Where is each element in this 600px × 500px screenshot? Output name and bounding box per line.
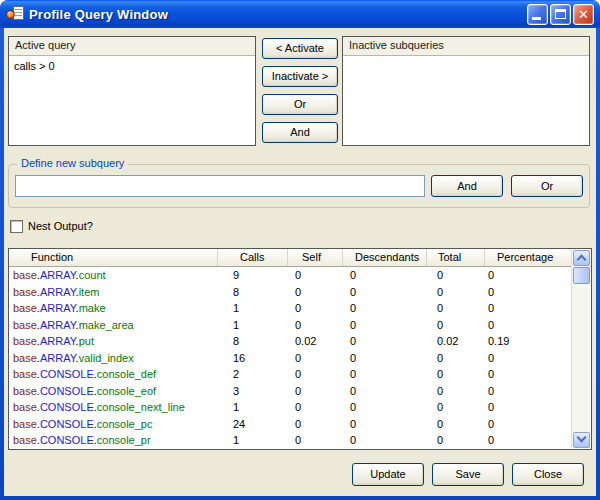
feature-name: valid_index — [79, 352, 134, 364]
active-query-title: Active query — [9, 37, 255, 56]
subquery-input[interactable] — [15, 175, 425, 197]
dialog-client-area: Active query calls > 0 < Activate Inacti… — [4, 28, 596, 496]
value-cell: 0 — [427, 399, 485, 416]
column-header-function[interactable]: Function — [9, 249, 218, 266]
function-cell: base.CONSOLE.console_next_line — [9, 399, 218, 416]
column-header-calls[interactable]: Calls — [218, 249, 288, 266]
minimize-button[interactable] — [527, 4, 548, 25]
value-cell: 0 — [427, 267, 485, 284]
subquery-or-button[interactable]: Or — [511, 175, 583, 197]
table-row[interactable]: base.CONSOLE.console_eof30000 — [9, 383, 591, 400]
feature-name: count — [79, 269, 106, 281]
class-name: CONSOLE — [40, 385, 94, 397]
table-row[interactable]: base.ARRAY.item80000 — [9, 284, 591, 301]
function-cell: base.ARRAY.item — [9, 284, 218, 301]
column-header-descendants[interactable]: Descendants — [343, 249, 427, 266]
feature-name: item — [79, 286, 100, 298]
value-cell: 9 — [218, 267, 288, 284]
feature-name: make_area — [79, 319, 134, 331]
value-cell: 0 — [343, 432, 427, 449]
class-name: CONSOLE — [40, 418, 94, 430]
close-dialog-button[interactable]: Close — [512, 463, 584, 486]
subquery-and-button[interactable]: And — [431, 175, 503, 197]
scrollbar-thumb[interactable] — [573, 267, 590, 284]
class-name: CONSOLE — [40, 434, 94, 446]
table-row[interactable]: base.ARRAY.valid_index160000 — [9, 350, 591, 367]
table-row[interactable]: base.CONSOLE.console_pr10000 — [9, 432, 591, 449]
function-table: FunctionCallsSelfDescendantsTotalPercent… — [8, 248, 592, 450]
cluster-name: base — [13, 385, 37, 397]
value-cell: 2 — [218, 366, 288, 383]
column-header-self[interactable]: Self — [288, 249, 343, 266]
maximize-button[interactable] — [550, 4, 571, 25]
inactive-subqueries-panel: Inactive subqueries — [342, 36, 590, 146]
close-button[interactable]: ✕ — [573, 4, 594, 25]
cluster-name: base — [13, 335, 37, 347]
active-query-panel: Active query calls > 0 — [8, 36, 256, 146]
value-cell: 0 — [343, 399, 427, 416]
cluster-name: base — [13, 434, 37, 446]
table-row[interactable]: base.ARRAY.make10000 — [9, 300, 591, 317]
close-icon: ✕ — [574, 5, 593, 24]
table-row[interactable]: base.CONSOLE.console_pc240000 — [9, 416, 591, 433]
function-cell: base.CONSOLE.console_pc — [9, 416, 218, 433]
cluster-name: base — [13, 302, 37, 314]
table-row[interactable]: base.ARRAY.make_area10000 — [9, 317, 591, 334]
table-header: FunctionCallsSelfDescendantsTotalPercent… — [9, 249, 591, 267]
scroll-down-button[interactable] — [573, 432, 590, 448]
value-cell: 0 — [427, 300, 485, 317]
value-cell: 0 — [343, 350, 427, 367]
activate-button[interactable]: < Activate — [262, 38, 338, 59]
active-query-list[interactable]: calls > 0 — [9, 57, 255, 145]
value-cell: 0 — [343, 416, 427, 433]
class-name: ARRAY — [40, 319, 76, 331]
table-row[interactable]: base.CONSOLE.console_next_line10000 — [9, 399, 591, 416]
cluster-name: base — [13, 401, 37, 413]
maximize-icon — [555, 9, 566, 19]
and-button[interactable]: And — [262, 122, 338, 143]
active-query-item[interactable]: calls > 0 — [14, 60, 250, 72]
or-button[interactable]: Or — [262, 94, 338, 115]
cluster-name: base — [13, 269, 37, 281]
save-button[interactable]: Save — [432, 463, 504, 486]
function-cell: base.ARRAY.put — [9, 333, 218, 350]
cluster-name: base — [13, 418, 37, 430]
value-cell: 1 — [218, 317, 288, 334]
table-row[interactable]: base.CONSOLE.console_def20000 — [9, 366, 591, 383]
value-cell: 0 — [288, 284, 343, 301]
profile-query-window: Profile Query Window ✕ Active query call… — [0, 0, 600, 500]
inactive-subqueries-list[interactable] — [343, 57, 589, 145]
chevron-down-icon — [577, 433, 587, 443]
nest-output-checkbox[interactable] — [10, 220, 23, 233]
value-cell: 0 — [343, 333, 427, 350]
value-cell: 0 — [288, 399, 343, 416]
feature-name: console_pr — [97, 434, 151, 446]
value-cell: 0 — [288, 416, 343, 433]
window-title: Profile Query Window — [29, 7, 527, 22]
titlebar[interactable]: Profile Query Window ✕ — [0, 0, 600, 28]
function-cell: base.CONSOLE.console_def — [9, 366, 218, 383]
feature-name: console_next_line — [97, 401, 185, 413]
define-subquery-groupbox: Define new subquery And Or — [8, 164, 590, 208]
value-cell: 0 — [427, 432, 485, 449]
update-button[interactable]: Update — [352, 463, 424, 486]
table-row[interactable]: base.ARRAY.count90000 — [9, 267, 591, 284]
feature-name: console_eof — [97, 385, 156, 397]
vertical-scrollbar[interactable] — [571, 250, 590, 448]
cluster-name: base — [13, 286, 37, 298]
table-row[interactable]: base.ARRAY.put80.0200.020.19 — [9, 333, 591, 350]
value-cell: 3 — [218, 383, 288, 400]
inactivate-button[interactable]: Inactivate > — [262, 66, 338, 87]
cluster-name: base — [13, 352, 37, 364]
value-cell: 0 — [343, 317, 427, 334]
cluster-name: base — [13, 319, 37, 331]
value-cell: 0 — [343, 383, 427, 400]
value-cell: 0 — [288, 383, 343, 400]
value-cell: 8 — [218, 284, 288, 301]
app-icon — [6, 6, 24, 22]
scroll-up-button[interactable] — [573, 250, 590, 266]
value-cell: 0 — [427, 366, 485, 383]
column-header-total[interactable]: Total — [427, 249, 485, 266]
chevron-up-icon — [577, 255, 587, 265]
value-cell: 0 — [288, 350, 343, 367]
